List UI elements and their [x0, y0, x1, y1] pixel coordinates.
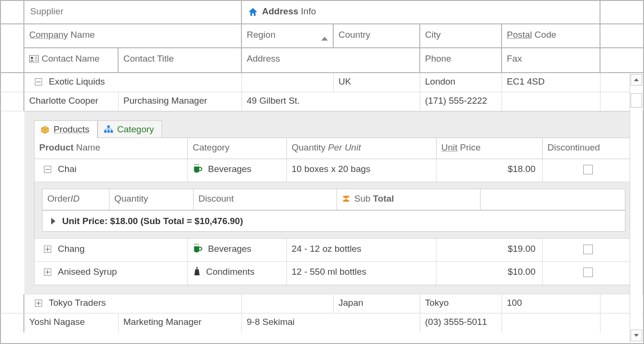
- cell-product-qty: 10 boxes x 20 bags: [287, 159, 437, 182]
- collapse-button[interactable]: [35, 78, 42, 86]
- chevron-right-icon: [51, 218, 55, 225]
- cell-address: 49 Gilbert St.: [242, 92, 420, 111]
- detail-tabs: Products Category: [34, 120, 633, 138]
- cell-city: Tokyo: [420, 294, 502, 313]
- tab-products[interactable]: Products: [34, 120, 98, 138]
- header-postal-label: Postal Code: [507, 30, 557, 40]
- product-category-value: Condiments: [206, 267, 254, 285]
- header-product-price[interactable]: Unit Price: [437, 138, 543, 159]
- supplier-row-2[interactable]: Yoshi Nagase Marketing Manager 9-8 Sekim…: [1, 313, 643, 333]
- header-company[interactable]: Company Name: [24, 24, 242, 48]
- tab-products-label: Products: [54, 124, 89, 135]
- supplier-row[interactable]: Tokyo Traders Japan Tokyo 100: [1, 294, 643, 313]
- header-phone-label: Phone: [425, 54, 451, 64]
- cell-product-price: $19.00: [437, 239, 543, 261]
- orders-table: OrderID Quantity Discount Sub Total: [42, 189, 625, 232]
- cell-region: [242, 294, 334, 313]
- grid-body: Exotic Liquids UK London EC1 4SD Charlot…: [1, 73, 643, 343]
- cell-product-discontinued: [543, 262, 633, 285]
- tab-category[interactable]: Category: [98, 120, 162, 138]
- header-fax[interactable]: Fax: [502, 48, 600, 72]
- header-product-category[interactable]: Category: [188, 138, 287, 159]
- contact-name-value: Yoshi Nagase: [29, 317, 85, 327]
- header-product-discontinued[interactable]: Discontinued: [543, 138, 633, 159]
- header-product-name[interactable]: Product Name: [34, 138, 188, 159]
- row-indent: [1, 73, 24, 92]
- scroll-up-button[interactable]: [631, 74, 642, 86]
- cell-product-qty: 12 - 550 ml bottles: [287, 262, 437, 285]
- scroll-down-button[interactable]: [631, 330, 642, 341]
- country-value: Japan: [338, 298, 363, 308]
- header-order-discount[interactable]: Discount: [194, 189, 337, 210]
- svg-rect-5: [107, 126, 109, 128]
- country-value: UK: [338, 76, 351, 86]
- header-city[interactable]: City: [420, 24, 502, 48]
- header-contact-name[interactable]: Contact Name: [24, 48, 119, 72]
- supplier-row-2[interactable]: Charlotte Cooper Purchasing Manager 49 G…: [1, 92, 643, 111]
- discontinued-checkbox[interactable]: [583, 245, 593, 254]
- header-product-qty[interactable]: Quantity Per Unit: [287, 138, 437, 159]
- cup-icon: [193, 244, 203, 253]
- header-country[interactable]: Country: [334, 24, 420, 48]
- svg-point-9: [196, 267, 198, 269]
- header-order-id[interactable]: OrderID: [43, 189, 109, 210]
- cell-country: Japan: [334, 294, 420, 313]
- product-row[interactable]: Chai Beverages 10 boxes x 20 bags $18.00: [34, 159, 633, 182]
- header-contact-title[interactable]: Contact Title: [119, 48, 242, 72]
- expand-button[interactable]: [44, 269, 51, 276]
- header-order-quantity-label: Quantity: [114, 194, 148, 204]
- header-order-quantity[interactable]: Quantity: [109, 189, 194, 210]
- row-indent: [1, 294, 24, 313]
- collapse-button[interactable]: [44, 166, 51, 173]
- column-headers: Company Name Region Country City Postal …: [1, 24, 643, 73]
- cell-contact-name: Yoshi Nagase: [24, 313, 119, 333]
- orders-header-row: OrderID Quantity Discount Sub Total: [43, 189, 625, 210]
- phone-value: (03) 3555-5011: [425, 317, 487, 327]
- company-value: Exotic Liquids: [49, 76, 105, 87]
- discontinued-checkbox[interactable]: [583, 268, 593, 277]
- header-country-label: Country: [338, 30, 371, 40]
- expand-button[interactable]: [44, 246, 51, 253]
- header-order-id-label: OrderID: [47, 194, 80, 204]
- band-supplier[interactable]: Supplier: [24, 1, 242, 23]
- cell-product-discontinued: [543, 239, 633, 261]
- scroll-thumb[interactable]: [631, 93, 642, 108]
- header-order-subtotal[interactable]: Sub Total: [337, 189, 480, 210]
- vertical-scrollbar[interactable]: [630, 73, 642, 342]
- address-value: 49 Gilbert St.: [247, 96, 300, 106]
- home-icon: [248, 7, 258, 17]
- products-table: Product Name Category Quantity Per Unit …: [34, 138, 633, 285]
- cell-fax: [502, 313, 600, 333]
- cell-fax: [502, 92, 600, 111]
- header-postal[interactable]: Postal Code: [502, 24, 600, 48]
- row-indent: [1, 313, 24, 333]
- city-value: London: [425, 76, 455, 86]
- product-price-value: $18.00: [508, 164, 535, 174]
- header-indent: [1, 24, 24, 48]
- cell-contact-title: Marketing Manager: [119, 313, 242, 333]
- product-price-value: $10.00: [508, 267, 535, 277]
- band-address[interactable]: Address Info: [242, 1, 600, 23]
- header-product-category-label: Category: [193, 142, 229, 152]
- cell-company: Exotic Liquids: [24, 73, 242, 92]
- header-contact-title-label: Contact Title: [123, 54, 174, 64]
- detail-panel: Products Category Product Nam: [24, 111, 643, 294]
- svg-rect-7: [107, 130, 109, 133]
- header-product-name-label: Product Name: [39, 142, 100, 152]
- supplier-row[interactable]: Exotic Liquids UK London EC1 4SD: [1, 73, 643, 92]
- product-name-value: Aniseed Syrup: [58, 267, 117, 285]
- cell-postal: EC1 4SD: [502, 73, 600, 92]
- group-row[interactable]: Unit Price: $18.00 (Sub Total = $10,476.…: [43, 210, 625, 231]
- product-row[interactable]: Chang Beverages 24 - 12 oz bottles $19.0…: [34, 239, 633, 262]
- header-address[interactable]: Address: [242, 48, 420, 72]
- cell-region: [242, 73, 334, 92]
- header-region[interactable]: Region: [242, 24, 334, 48]
- cell-product-qty: 24 - 12 oz bottles: [287, 239, 437, 261]
- header-phone[interactable]: Phone: [420, 48, 502, 72]
- svg-rect-8: [110, 130, 113, 133]
- header-fax-label: Fax: [507, 54, 522, 64]
- product-row[interactable]: Aniseed Syrup Condiments 12 - 550 ml bot…: [34, 262, 633, 285]
- expand-button[interactable]: [35, 300, 42, 307]
- svg-rect-6: [104, 130, 107, 133]
- discontinued-checkbox[interactable]: [583, 165, 593, 174]
